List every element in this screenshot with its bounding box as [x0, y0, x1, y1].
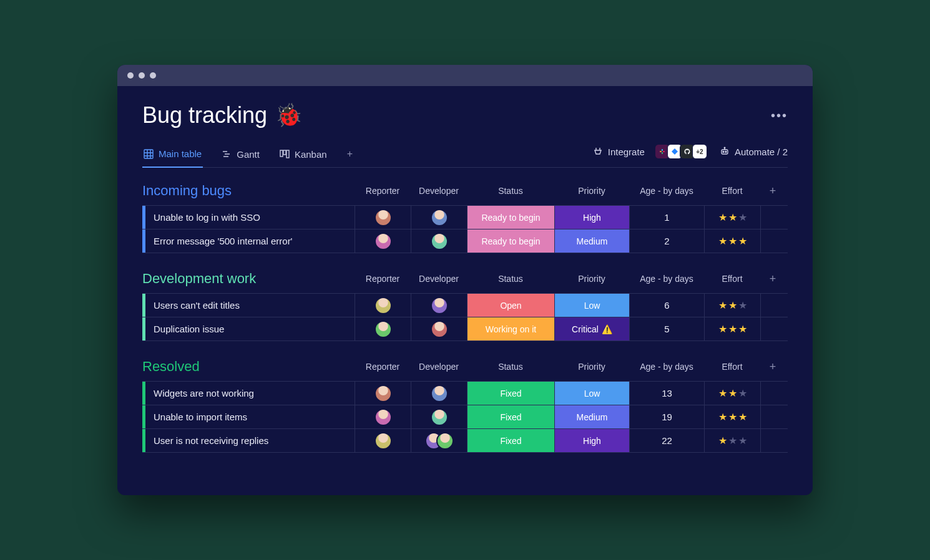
effort-cell[interactable]: ★★★ [704, 405, 760, 428]
add-column-button[interactable]: + [760, 185, 785, 198]
reporter-cell[interactable] [355, 317, 411, 340]
column-header-effort[interactable]: Effort [704, 274, 760, 284]
effort-cell[interactable]: ★★★ [704, 206, 760, 229]
status-cell[interactable]: Open [467, 294, 554, 317]
automate-button[interactable]: Automate / 2 [720, 147, 788, 157]
item-name-cell[interactable]: Users can't edit titles [142, 294, 355, 317]
avatar[interactable] [374, 297, 392, 314]
window-dot[interactable] [139, 72, 145, 79]
tab-kanban[interactable]: Kanban [278, 143, 328, 167]
effort-cell[interactable]: ★★★ [704, 382, 760, 405]
tab-gantt[interactable]: Gantt [220, 143, 261, 167]
group-title[interactable]: Development work [142, 271, 355, 287]
effort-cell[interactable]: ★★★ [704, 317, 760, 340]
priority-cell[interactable]: Medium [554, 229, 629, 253]
column-header-age[interactable]: Age - by days [629, 274, 704, 284]
status-cell[interactable]: Ready to begin [467, 229, 554, 253]
reporter-cell[interactable] [355, 206, 411, 229]
table-row[interactable]: Users can't edit titles Open Low 6 ★★★ [142, 293, 788, 317]
table-row[interactable]: Unable to log in with SSO Ready to begin… [142, 205, 788, 229]
column-header-status[interactable]: Status [467, 274, 554, 284]
avatar[interactable] [431, 233, 448, 250]
status-cell[interactable]: Fixed [467, 405, 554, 428]
priority-cell[interactable]: High [554, 429, 629, 452]
extra-cell[interactable] [760, 294, 785, 317]
column-header-effort[interactable]: Effort [704, 362, 760, 372]
column-header-age[interactable]: Age - by days [629, 186, 704, 196]
add-column-button[interactable]: + [760, 273, 785, 286]
group-title[interactable]: Resolved [142, 359, 355, 375]
extra-cell[interactable] [760, 405, 785, 428]
group-title[interactable]: Incoming bugs [142, 183, 355, 199]
add-column-button[interactable]: + [760, 360, 785, 374]
age-cell[interactable]: 13 [629, 382, 704, 405]
developer-cell[interactable] [411, 229, 467, 253]
effort-cell[interactable]: ★★★ [704, 229, 760, 253]
column-header-developer[interactable]: Developer [411, 186, 467, 196]
column-header-age[interactable]: Age - by days [629, 362, 704, 372]
effort-cell[interactable]: ★★★ [704, 429, 760, 452]
developer-cell[interactable] [411, 429, 467, 452]
priority-cell[interactable]: Low [554, 294, 629, 317]
column-header-priority[interactable]: Priority [554, 186, 629, 196]
avatar[interactable] [436, 432, 454, 450]
reporter-cell[interactable] [355, 229, 411, 253]
effort-cell[interactable]: ★★★ [704, 294, 760, 317]
item-name-cell[interactable]: Duplication issue [142, 317, 355, 340]
age-cell[interactable]: 1 [629, 206, 704, 229]
column-header-developer[interactable]: Developer [411, 362, 467, 372]
item-name-cell[interactable]: User is not receiving replies [142, 429, 355, 452]
age-cell[interactable]: 22 [629, 429, 704, 452]
avatar[interactable] [374, 209, 392, 226]
avatar[interactable] [431, 385, 448, 402]
item-name-cell[interactable]: Unable to import items [142, 405, 355, 428]
developer-cell[interactable] [411, 382, 467, 405]
status-cell[interactable]: Fixed [467, 429, 554, 452]
age-cell[interactable]: 5 [629, 317, 704, 340]
add-view-button[interactable]: + [346, 142, 354, 167]
avatar[interactable] [431, 321, 448, 338]
avatar[interactable] [374, 408, 392, 426]
column-header-developer[interactable]: Developer [411, 274, 467, 284]
status-cell[interactable]: Ready to begin [467, 206, 554, 229]
reporter-cell[interactable] [355, 294, 411, 317]
column-header-effort[interactable]: Effort [704, 186, 760, 196]
item-name-cell[interactable]: Widgets are not working [142, 382, 355, 405]
age-cell[interactable]: 6 [629, 294, 704, 317]
column-header-priority[interactable]: Priority [554, 274, 629, 284]
developer-cell[interactable] [411, 405, 467, 428]
avatar[interactable] [374, 432, 392, 450]
extra-cell[interactable] [760, 317, 785, 340]
column-header-priority[interactable]: Priority [554, 362, 629, 372]
status-cell[interactable]: Working on it [467, 317, 554, 340]
developer-cell[interactable] [411, 206, 467, 229]
board-more-button[interactable]: ••• [771, 109, 788, 123]
extra-cell[interactable] [760, 229, 785, 253]
window-dot[interactable] [150, 72, 156, 79]
table-row[interactable]: Widgets are not working Fixed Low 13 ★★★ [142, 381, 788, 405]
priority-cell[interactable]: Critical ⚠️ [554, 317, 629, 340]
extra-cell[interactable] [760, 429, 785, 452]
table-row[interactable]: Error message '500 internal error' Ready… [142, 229, 788, 253]
item-name-cell[interactable]: Error message '500 internal error' [142, 229, 355, 253]
tab-main-table[interactable]: Main table [142, 142, 203, 168]
avatar[interactable] [374, 233, 392, 250]
avatar[interactable] [374, 321, 392, 338]
avatar[interactable] [431, 209, 448, 226]
column-header-reporter[interactable]: Reporter [355, 274, 411, 284]
developer-cell[interactable] [411, 294, 467, 317]
table-row[interactable]: Duplication issue Working on it Critical… [142, 317, 788, 341]
column-header-status[interactable]: Status [467, 362, 554, 372]
priority-cell[interactable]: Medium [554, 405, 629, 428]
board-title[interactable]: Bug tracking 🐞 [142, 102, 303, 128]
avatar[interactable] [431, 408, 448, 426]
table-row[interactable]: Unable to import items Fixed Medium 19 ★… [142, 405, 788, 428]
extra-cell[interactable] [760, 382, 785, 405]
status-cell[interactable]: Fixed [467, 382, 554, 405]
reporter-cell[interactable] [355, 382, 411, 405]
age-cell[interactable]: 2 [629, 229, 704, 253]
window-dot[interactable] [127, 72, 134, 79]
column-header-status[interactable]: Status [467, 186, 554, 196]
reporter-cell[interactable] [355, 405, 411, 428]
age-cell[interactable]: 19 [629, 405, 704, 428]
